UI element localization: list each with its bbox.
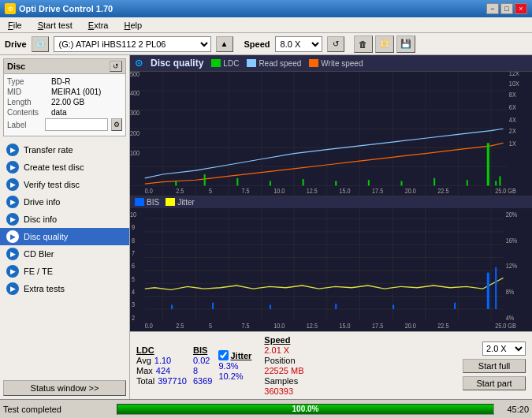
close-button[interactable]: × — [515, 3, 527, 14]
menu-extra[interactable]: Extra — [84, 19, 113, 32]
svg-text:500: 500 — [130, 72, 140, 78]
nav-transfer-rate-label: Transfer rate — [24, 145, 73, 155]
nav-cd-bler-label: CD Bler — [24, 249, 54, 259]
drive-bar: Drive 💿 (G:) ATAPI iHBS112 2 PL06 ▲ Spee… — [0, 33, 532, 55]
svg-rect-95 — [495, 267, 497, 308]
nav-extra-tests-label: Extra tests — [24, 284, 65, 293]
extra-tests-icon: ▶ — [6, 282, 19, 295]
legend-readspeed-label: Read speed — [259, 59, 301, 68]
svg-text:12.5: 12.5 — [307, 321, 318, 330]
minimize-button[interactable]: − — [486, 3, 499, 14]
toolbar-icons: 🗑 📀 💾 — [354, 35, 415, 53]
nav-disc-quality-label: Disc quality — [24, 232, 68, 241]
svg-text:2X: 2X — [509, 128, 517, 136]
create-test-disc-icon: ▶ — [6, 161, 19, 174]
svg-text:5: 5 — [209, 321, 212, 330]
stats-bar: LDC Avg 1.10 Max 424 Total 397710 BIS — [130, 331, 532, 399]
progress-text: 100.0% — [117, 405, 493, 414]
speed-label: Speed — [244, 39, 270, 49]
drive-eject-btn[interactable]: ▲ — [216, 36, 233, 52]
svg-text:3: 3 — [132, 300, 135, 308]
svg-text:10X: 10X — [509, 80, 520, 88]
disc-panel: Disc ↺ Type BD-R MID MEIRA1 (001) Length… — [3, 58, 126, 136]
bis-stats: BIS 0.02 8 6369 — [193, 345, 212, 386]
jitter-checkbox[interactable] — [218, 350, 229, 360]
nav-transfer-rate[interactable]: ▶ Transfer rate — [0, 141, 129, 159]
jitter-stats: Jitter 9.3% 10.2% — [218, 350, 251, 381]
svg-text:15.0: 15.0 — [339, 321, 350, 330]
svg-rect-39 — [467, 180, 468, 185]
position-value: 22525 MB — [264, 366, 303, 375]
nav-disc-info[interactable]: ▶ Disc info — [0, 211, 129, 228]
legend-bis-label: BIS — [147, 198, 159, 207]
svg-text:12.5: 12.5 — [307, 188, 318, 196]
svg-text:6: 6 — [132, 261, 135, 270]
writespeed-color — [309, 59, 318, 67]
nav-extra-tests[interactable]: ▶ Extra tests — [0, 280, 129, 297]
svg-text:22.5: 22.5 — [437, 321, 448, 330]
drive-select[interactable]: (G:) ATAPI iHBS112 2 PL06 — [54, 36, 211, 52]
bis-chart-header: BIS Jitter — [130, 196, 532, 208]
status-bar: Test completed 100.0% 45:20 — [0, 399, 532, 418]
svg-rect-31 — [204, 174, 206, 185]
nav-cd-bler[interactable]: ▶ CD Bler — [0, 245, 129, 263]
svg-text:22.5: 22.5 — [437, 188, 449, 196]
label-label: Label — [7, 121, 42, 129]
status-text: Test completed — [3, 405, 113, 414]
status-window-btn[interactable]: Status window >> — [3, 380, 126, 396]
fe-te-icon: ▶ — [6, 265, 19, 278]
menu-starttest[interactable]: Start test — [33, 19, 77, 32]
drive-info-icon: ▶ — [6, 196, 19, 208]
start-part-btn[interactable]: Start part — [463, 376, 526, 390]
save-btn[interactable]: 💾 — [396, 35, 415, 53]
length-label: Length — [7, 98, 48, 106]
svg-rect-94 — [487, 272, 489, 308]
svg-text:10.0: 10.0 — [273, 188, 285, 196]
disc-label-row: Label ⚙ — [7, 118, 122, 131]
maximize-button[interactable]: □ — [500, 3, 513, 14]
nav-disc-quality[interactable]: ▶ Disc quality — [0, 228, 129, 245]
nav-fe-te[interactable]: ▶ FE / TE — [0, 263, 129, 280]
svg-text:6X: 6X — [509, 104, 517, 112]
disc-refresh-btn[interactable]: ↺ — [110, 61, 122, 72]
svg-text:2.5: 2.5 — [176, 321, 184, 330]
nav-create-test-disc[interactable]: ▶ Create test disc — [0, 159, 129, 176]
erase-btn[interactable]: 🗑 — [354, 35, 373, 53]
label-settings-btn[interactable]: ⚙ — [111, 118, 122, 131]
burn-btn[interactable]: 📀 — [375, 35, 394, 53]
position-header: Position — [264, 356, 295, 365]
svg-text:12%: 12% — [506, 261, 518, 270]
disc-info-table: Type BD-R MID MEIRA1 (001) Length 22.00 … — [4, 74, 125, 136]
bis-chart-svg: 10 9 8 7 6 5 4 3 2 20% 16% 12% 8% 4% — [130, 208, 532, 332]
drive-icon-btn[interactable]: 💿 — [32, 36, 49, 52]
disc-panel-header: Disc ↺ — [4, 59, 125, 74]
menu-file[interactable]: File — [3, 19, 27, 32]
nav-drive-info[interactable]: ▶ Drive info — [0, 193, 129, 211]
svg-text:1X: 1X — [509, 140, 517, 147]
disc-type-row: Type BD-R — [7, 77, 122, 86]
contents-label: Contents — [7, 108, 48, 117]
ldc-total: 397710 — [158, 376, 187, 386]
svg-text:7.5: 7.5 — [242, 321, 250, 330]
menu-help[interactable]: Help — [119, 19, 147, 32]
legend-writespeed: Write speed — [309, 59, 363, 68]
nav-disc-info-label: Disc info — [24, 215, 57, 224]
legend-ldc-label: LDC — [223, 59, 239, 68]
nav-verify-test-disc-label: Verify test disc — [24, 180, 80, 189]
svg-text:10: 10 — [130, 209, 136, 218]
svg-rect-90 — [270, 304, 271, 308]
speed-select[interactable]: 8.0 X — [275, 36, 322, 52]
start-full-btn[interactable]: Start full — [463, 359, 526, 373]
svg-rect-38 — [433, 178, 435, 186]
time-label: 45:20 — [497, 405, 529, 414]
nav-verify-test-disc[interactable]: ▶ Verify test disc — [0, 176, 129, 193]
ldc-avg: 1.10 — [154, 356, 171, 365]
menu-bar: File Start test Extra Help — [0, 17, 532, 33]
label-input[interactable] — [45, 118, 108, 131]
svg-rect-33 — [270, 181, 271, 185]
test-speed-select[interactable]: 2.0 X — [482, 341, 526, 356]
max-label: Max — [136, 366, 153, 375]
refresh-btn[interactable]: ↺ — [327, 36, 344, 52]
svg-text:16%: 16% — [506, 235, 518, 244]
disc-quality-icon: ▶ — [6, 230, 19, 243]
